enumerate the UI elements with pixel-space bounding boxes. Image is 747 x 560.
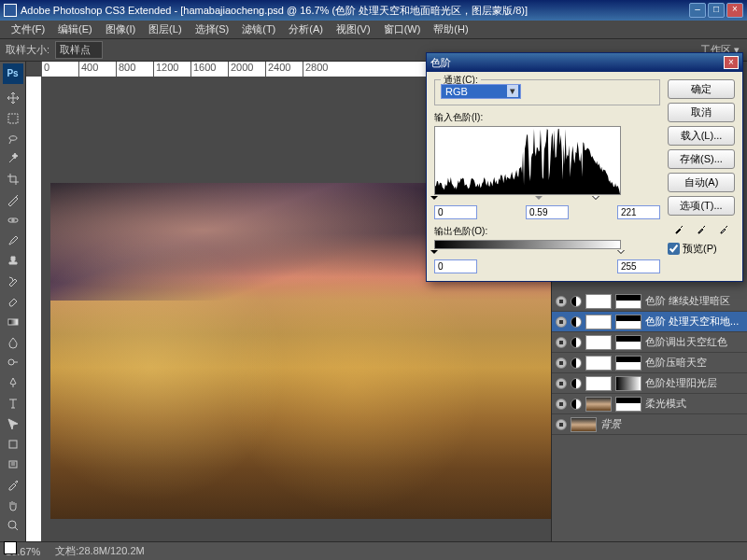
layer-row[interactable]: 背景 bbox=[552, 414, 747, 435]
layer-name[interactable]: 色阶 继续处理暗区 bbox=[645, 294, 730, 308]
lasso-tool[interactable] bbox=[3, 130, 23, 148]
stamp-tool[interactable] bbox=[3, 252, 23, 271]
layer-thumb[interactable] bbox=[585, 356, 612, 371]
eraser-tool[interactable] bbox=[3, 292, 23, 311]
blur-tool[interactable] bbox=[3, 333, 23, 352]
dialog-titlebar[interactable]: 色阶 × bbox=[427, 53, 742, 72]
auto-button[interactable]: 自动(A) bbox=[668, 173, 735, 192]
input-sliders[interactable] bbox=[434, 196, 621, 203]
tool-palette: Ps bbox=[0, 62, 26, 560]
black-point-slider[interactable] bbox=[430, 196, 438, 203]
layer-thumb[interactable] bbox=[571, 417, 597, 432]
visibility-icon[interactable] bbox=[556, 419, 567, 430]
ok-button[interactable]: 确定 bbox=[668, 79, 735, 99]
svg-rect-0 bbox=[8, 114, 18, 123]
load-button[interactable]: 载入(L)... bbox=[668, 126, 735, 146]
layer-name[interactable]: 色阶压暗天空 bbox=[645, 356, 707, 370]
zoom-tool[interactable] bbox=[3, 516, 23, 535]
sample-dropdown[interactable]: 取样点 bbox=[55, 41, 103, 59]
layer-mask[interactable] bbox=[615, 294, 641, 309]
layer-thumb[interactable] bbox=[585, 397, 612, 412]
layer-thumb[interactable] bbox=[585, 376, 612, 391]
white-eyedropper[interactable] bbox=[719, 221, 728, 234]
layer-mask[interactable] bbox=[615, 376, 641, 391]
layer-name[interactable]: 柔光模式 bbox=[645, 397, 686, 411]
visibility-icon[interactable] bbox=[556, 399, 567, 410]
output-sliders[interactable] bbox=[434, 250, 621, 258]
output-black-slider[interactable] bbox=[430, 250, 438, 258]
layer-row[interactable]: 色阶调出天空红色 bbox=[552, 332, 747, 353]
adjustment-icon bbox=[571, 357, 582, 369]
layer-mask[interactable] bbox=[615, 397, 641, 412]
ruler-vertical[interactable] bbox=[26, 77, 41, 560]
visibility-icon[interactable] bbox=[556, 316, 567, 328]
move-tool[interactable] bbox=[3, 89, 23, 107]
wand-tool[interactable] bbox=[3, 149, 23, 168]
layer-row[interactable]: 色阶 处理天空和地... bbox=[552, 312, 747, 332]
output-white-field[interactable]: 255 bbox=[617, 259, 660, 273]
menu-file[interactable]: 文件(F) bbox=[6, 21, 50, 38]
layer-thumb[interactable] bbox=[585, 294, 612, 309]
minimize-button[interactable]: – bbox=[689, 3, 706, 18]
gray-eyedropper[interactable] bbox=[697, 221, 706, 234]
layer-mask[interactable] bbox=[615, 356, 641, 371]
layer-name[interactable]: 背景 bbox=[600, 417, 621, 431]
layer-row[interactable]: 柔光模式 bbox=[552, 394, 747, 414]
menu-layer[interactable]: 图层(L) bbox=[143, 21, 187, 38]
preview-checkbox[interactable]: 预览(P) bbox=[668, 242, 735, 256]
layer-row[interactable]: 色阶压暗天空 bbox=[552, 353, 747, 373]
pen-tool[interactable] bbox=[3, 373, 23, 392]
layer-name[interactable]: 色阶 处理天空和地... bbox=[645, 315, 739, 329]
layer-row[interactable]: 色阶 继续处理暗区 bbox=[552, 291, 747, 312]
output-white-slider[interactable] bbox=[617, 250, 625, 258]
menu-filter[interactable]: 滤镜(T) bbox=[236, 21, 281, 38]
heal-tool[interactable] bbox=[3, 211, 23, 230]
layer-row[interactable]: 色阶处理阳光层 bbox=[552, 373, 747, 394]
gradient-tool[interactable] bbox=[3, 313, 23, 331]
menu-image[interactable]: 图像(I) bbox=[100, 21, 141, 38]
gamma-slider[interactable] bbox=[535, 196, 543, 203]
close-button[interactable]: × bbox=[726, 3, 743, 18]
hand-tool[interactable] bbox=[3, 496, 23, 514]
input-gamma-field[interactable]: 0.59 bbox=[526, 205, 569, 219]
slice-tool[interactable] bbox=[3, 190, 23, 209]
layer-mask[interactable] bbox=[615, 315, 641, 329]
shape-tool[interactable] bbox=[3, 435, 23, 454]
input-black-field[interactable]: 0 bbox=[434, 205, 477, 219]
foreground-color[interactable] bbox=[4, 541, 17, 554]
marquee-tool[interactable] bbox=[3, 109, 23, 128]
save-button[interactable]: 存储(S)... bbox=[668, 149, 735, 169]
dialog-close-button[interactable]: × bbox=[724, 56, 739, 69]
crop-tool[interactable] bbox=[3, 170, 23, 189]
layer-name[interactable]: 色阶处理阳光层 bbox=[645, 376, 717, 390]
maximize-button[interactable]: □ bbox=[708, 3, 725, 18]
channel-dropdown[interactable]: RGB bbox=[441, 84, 521, 99]
layer-thumb[interactable] bbox=[585, 315, 612, 329]
menu-help[interactable]: 帮助(H) bbox=[428, 21, 473, 38]
type-tool[interactable] bbox=[3, 394, 23, 413]
output-black-field[interactable]: 0 bbox=[434, 259, 477, 273]
brush-tool[interactable] bbox=[3, 231, 23, 250]
visibility-icon[interactable] bbox=[556, 337, 567, 348]
input-white-field[interactable]: 221 bbox=[617, 205, 660, 219]
white-point-slider[interactable] bbox=[592, 196, 599, 203]
black-eyedropper[interactable] bbox=[674, 221, 684, 234]
dodge-tool[interactable] bbox=[3, 354, 23, 372]
layer-mask[interactable] bbox=[615, 335, 641, 350]
visibility-icon[interactable] bbox=[556, 296, 567, 307]
menu-window[interactable]: 窗口(W) bbox=[378, 21, 427, 38]
visibility-icon[interactable] bbox=[556, 378, 567, 389]
menu-select[interactable]: 选择(S) bbox=[190, 21, 235, 38]
cancel-button[interactable]: 取消 bbox=[668, 103, 735, 122]
layer-thumb[interactable] bbox=[585, 335, 612, 350]
layer-name[interactable]: 色阶调出天空红色 bbox=[645, 335, 727, 349]
path-tool[interactable] bbox=[3, 414, 23, 433]
history-brush-tool[interactable] bbox=[3, 272, 23, 290]
menu-analysis[interactable]: 分析(A) bbox=[283, 21, 329, 38]
notes-tool[interactable] bbox=[3, 455, 23, 474]
menu-edit[interactable]: 编辑(E) bbox=[52, 21, 98, 38]
options-button[interactable]: 选项(T)... bbox=[668, 196, 735, 216]
menu-view[interactable]: 视图(V) bbox=[331, 21, 376, 38]
visibility-icon[interactable] bbox=[556, 357, 567, 369]
eyedropper-tool[interactable] bbox=[3, 475, 23, 494]
